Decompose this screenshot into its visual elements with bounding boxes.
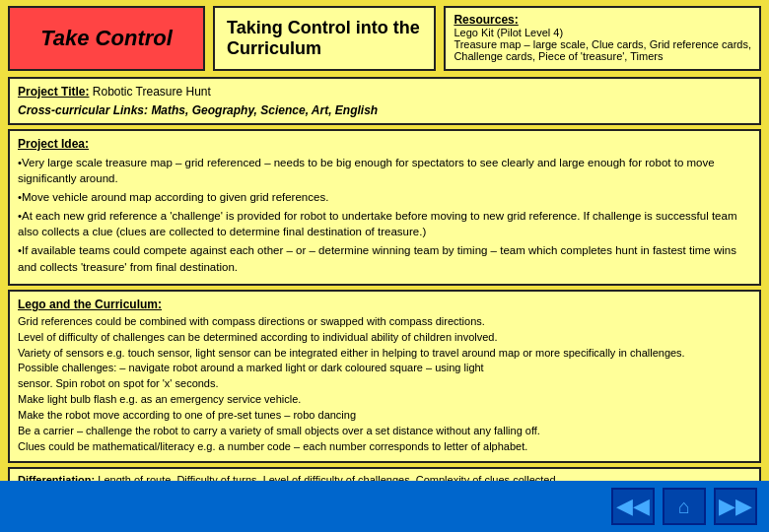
take-control-box: Take Control bbox=[8, 6, 205, 71]
curriculum-title: Taking Control into the Curriculum bbox=[227, 18, 422, 59]
idea-bullet-1: •Very large scale treasure map – grid re… bbox=[18, 155, 751, 186]
resources-line-2: Treasure map – large scale, Clue cards, … bbox=[454, 38, 751, 50]
header: Take Control Taking Control into the Cur… bbox=[0, 0, 769, 77]
lego-heading: Lego and the Curriculum: bbox=[18, 298, 751, 311]
project-title-label: Project Title: bbox=[18, 85, 89, 99]
lego-section: Lego and the Curriculum: Grid references… bbox=[8, 290, 761, 463]
project-title-line: Project Title: Robotic Treasure Hunt bbox=[18, 85, 751, 99]
project-idea-section: Project Idea: •Very large scale treasure… bbox=[8, 129, 761, 286]
resources-line-1: Lego Kit (Pilot Level 4) bbox=[454, 27, 751, 38]
bottom-nav: ◀◀ ⌂ ▶▶ bbox=[0, 481, 769, 532]
project-idea-heading: Project Idea: bbox=[18, 137, 751, 151]
take-control-title: Take Control bbox=[40, 26, 173, 51]
next-button[interactable]: ▶▶ bbox=[714, 488, 757, 525]
prev-button[interactable]: ◀◀ bbox=[611, 488, 655, 525]
curriculum-box: Taking Control into the Curriculum bbox=[213, 6, 436, 71]
home-button[interactable]: ⌂ bbox=[663, 488, 706, 525]
resources-line-3: Challenge cards, Piece of 'treasure', Ti… bbox=[454, 50, 751, 62]
resources-box: Resources: Lego Kit (Pilot Level 4) Trea… bbox=[444, 6, 761, 71]
project-title-value: Robotic Treasure Hunt bbox=[93, 85, 211, 99]
lego-body: Grid references could be combined with c… bbox=[18, 314, 751, 455]
idea-bullet-3: •At each new grid reference a 'challenge… bbox=[18, 208, 751, 239]
resources-heading: Resources: bbox=[454, 13, 751, 27]
idea-bullet-2: •Move vehicle around map according to gi… bbox=[18, 189, 751, 205]
cross-curricular-line: Cross-curricular Links: Maths, Geography… bbox=[18, 103, 751, 117]
idea-bullet-4: •If available teams could compete agains… bbox=[18, 242, 751, 274]
project-meta-section: Project Title: Robotic Treasure Hunt Cro… bbox=[8, 77, 761, 125]
